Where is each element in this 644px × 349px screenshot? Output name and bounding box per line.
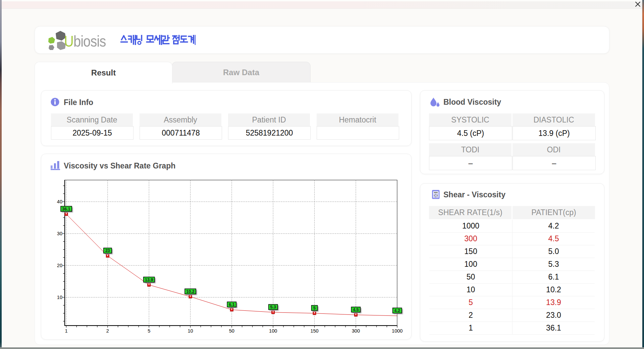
- svg-text:5: 5: [148, 328, 150, 334]
- svg-text:50: 50: [229, 328, 234, 334]
- svg-text:1: 1: [65, 328, 67, 334]
- svg-text:13.9: 13.9: [145, 278, 153, 282]
- svg-text:40: 40: [57, 199, 62, 204]
- svg-text:6.1: 6.1: [229, 302, 234, 307]
- svg-text:30: 30: [57, 231, 62, 236]
- svg-text:23: 23: [105, 248, 110, 253]
- svg-text:4.2: 4.2: [394, 308, 400, 313]
- svg-text:1000: 1000: [392, 328, 402, 334]
- svg-text:10: 10: [57, 295, 62, 300]
- svg-text:5.3: 5.3: [270, 305, 276, 309]
- svg-text:100: 100: [269, 328, 277, 334]
- svg-text:36.1: 36.1: [62, 207, 70, 211]
- svg-text:4.5: 4.5: [353, 307, 359, 312]
- svg-text:5: 5: [313, 306, 316, 310]
- svg-text:150: 150: [310, 328, 318, 334]
- svg-text:2: 2: [106, 328, 109, 334]
- svg-text:20: 20: [57, 263, 62, 268]
- svg-text:10: 10: [187, 328, 193, 334]
- svg-text:10.2: 10.2: [186, 289, 194, 294]
- svg-text:300: 300: [352, 328, 360, 334]
